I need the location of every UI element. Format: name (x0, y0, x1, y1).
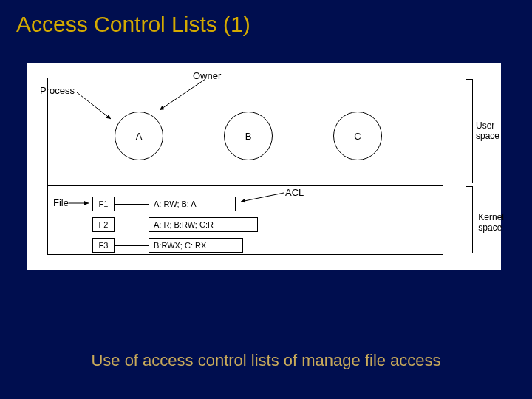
arrow-process (77, 89, 121, 126)
label-process: Process (40, 85, 75, 96)
acl-f1: A: RW; B: A (149, 197, 236, 211)
process-c: C (333, 112, 382, 160)
connector (115, 245, 149, 246)
connector (115, 225, 149, 225)
process-b: B (224, 112, 273, 160)
acl-f2: A: R; B:RW; C:R (149, 217, 258, 232)
label-file: File (53, 197, 69, 208)
svg-line-1 (160, 79, 205, 110)
label-user-space: User space (476, 120, 499, 141)
label-kernel-space: Kernel space (478, 212, 504, 233)
slide-title: Access Control Lists (1) (0, 0, 532, 37)
process-a: A (115, 112, 163, 160)
svg-line-3 (241, 193, 284, 202)
acl-f3: B:RWX; C: RX (149, 238, 243, 253)
diagram: A B C F1 A: RW; B: A F2 A: R; B:RW; C:R … (27, 63, 501, 270)
arrow-owner (155, 79, 214, 116)
file-f3: F3 (92, 238, 115, 253)
arrow-file (69, 200, 95, 208)
file-f1: F1 (92, 197, 115, 211)
bracket-user-space (466, 79, 473, 183)
slide-caption: Use of access control lists of manage fi… (0, 351, 532, 370)
space-divider (48, 185, 443, 186)
svg-line-0 (77, 92, 111, 119)
bracket-kernel-space (466, 186, 473, 253)
connector (115, 204, 149, 205)
arrow-acl (238, 193, 290, 208)
file-f2: F2 (92, 217, 115, 232)
